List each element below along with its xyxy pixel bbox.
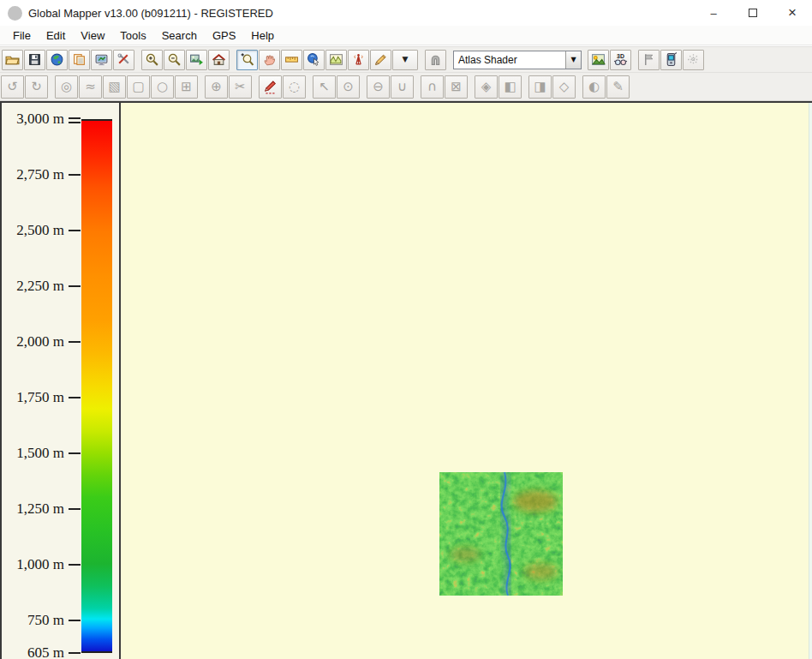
open-all-files-icon [72, 52, 87, 67]
combo-dropdown-icon[interactable]: ▼ [565, 51, 581, 69]
buffer-features-button[interactable]: ◈ [475, 75, 498, 99]
freehand-draw-button[interactable]: ✎ [606, 75, 630, 99]
maximize-button[interactable] [733, 0, 773, 26]
save-workspace-button[interactable] [24, 50, 45, 70]
crop-features-icon: ⊠ [451, 81, 462, 93]
close-button[interactable]: × [773, 0, 812, 26]
menu-bar: FileEditViewToolsSearchGPSHelp [0, 26, 812, 45]
new-line-feature-icon: ≈ [85, 81, 96, 93]
move-vertex-icon: ↖ [319, 81, 330, 93]
intersect-areas-button[interactable]: ∩ [421, 75, 444, 99]
feature-info-tool-icon [307, 52, 321, 67]
new-rectangle-feature-button[interactable]: ▢ [127, 75, 150, 99]
gps-tracks-button[interactable] [683, 50, 704, 70]
intersect-areas-icon: ∩ [427, 81, 437, 93]
split-line-icon: ✂ [235, 81, 246, 93]
zoom-to-fit-button[interactable] [186, 50, 207, 70]
menu-search[interactable]: Search [154, 27, 205, 44]
copy-features-button[interactable]: ◧ [499, 75, 522, 99]
window-controls: – × [694, 0, 812, 26]
measure-area-button[interactable]: ◇ [552, 75, 576, 99]
redo-digitization-button[interactable]: ↻ [25, 75, 48, 99]
new-point-feature-button[interactable]: ◎ [55, 75, 78, 99]
configuration-button[interactable] [113, 50, 134, 70]
path-profile-tool-icon [329, 52, 343, 67]
legend-tick-1250 [69, 508, 81, 510]
crop-features-button[interactable]: ⊠ [445, 75, 468, 99]
undo-digitization-button[interactable]: ↺ [1, 75, 24, 99]
open-data-file-button[interactable] [2, 50, 23, 70]
menu-file[interactable]: File [5, 27, 39, 44]
pan-tool-button[interactable] [259, 50, 280, 70]
menu-edit[interactable]: Edit [39, 27, 73, 44]
coordinate-grab-tool-button[interactable] [425, 50, 446, 70]
more-tools-dropdown-button[interactable]: ▼ [392, 50, 418, 70]
mark-waypoint-button[interactable] [638, 50, 660, 70]
new-circle-feature-button[interactable]: ○ [151, 75, 174, 99]
snap-vertices-icon: ⊕ [211, 81, 222, 93]
download-online-imagery-button[interactable] [46, 50, 68, 70]
legend-label-605: 605 m [27, 644, 64, 659]
toolbar-group: ∩⊠ [421, 75, 469, 99]
digitizer-pencil-button[interactable] [259, 75, 282, 99]
full-view-button[interactable] [208, 50, 230, 70]
minimize-button[interactable]: – [694, 0, 733, 26]
digitizer-tool-icon [373, 52, 388, 67]
toolbar-group [638, 50, 705, 70]
overlay-control-center-button[interactable] [91, 50, 112, 70]
legend-tick-2750 [69, 174, 81, 176]
zoom-to-fit-icon [189, 52, 204, 67]
toolbar-group: ◌ [259, 75, 307, 99]
maximize-icon [749, 9, 757, 17]
legend-label-750: 750 m [27, 612, 64, 629]
hill-shading-toggle-button[interactable] [588, 50, 609, 70]
zoom-out-button[interactable] [164, 50, 185, 70]
legend-tick-605 [69, 652, 81, 654]
coordinate-grab-tool-icon [428, 52, 443, 67]
map-view[interactable]: 3,000 m2,750 m2,500 m2,250 m2,000 m1,750… [0, 101, 812, 659]
fill-area-button[interactable]: ◐ [582, 75, 606, 99]
delete-vertex-button[interactable]: ⊖ [367, 75, 390, 99]
view-shed-tool-button[interactable] [348, 50, 369, 70]
paste-features-button[interactable]: ◨ [528, 75, 552, 99]
measure-tool-button[interactable] [281, 50, 302, 70]
digitizer-tool-button[interactable] [370, 50, 391, 70]
legend-tick-2500 [69, 230, 81, 231]
new-line-feature-button[interactable]: ≈ [79, 75, 102, 99]
minimize-icon: – [710, 7, 716, 20]
menu-view[interactable]: View [73, 27, 112, 44]
legend-tick-3000 [69, 122, 81, 123]
legend-tick-3000 [69, 117, 81, 119]
toolbar-group [2, 50, 135, 70]
gps-tracks-icon [686, 52, 701, 67]
zoom-tool-icon [240, 52, 254, 67]
configuration-icon [116, 52, 131, 67]
snap-vertices-button[interactable]: ⊕ [205, 75, 228, 99]
menu-help[interactable]: Help [243, 27, 282, 44]
insert-vertex-button[interactable]: ⊙ [337, 75, 360, 99]
split-line-button[interactable]: ✂ [229, 75, 252, 99]
pan-tool-icon [262, 52, 277, 67]
open-data-file-icon [5, 52, 20, 67]
menu-gps[interactable]: GPS [205, 27, 243, 44]
zoom-tool-button[interactable] [236, 50, 258, 70]
shader-select[interactable]: Atlas Shader ▼ [453, 51, 582, 69]
toolbar-group: ◨◇ [528, 75, 576, 99]
open-all-files-button[interactable] [69, 50, 90, 70]
new-grid-feature-icon: ⊞ [181, 81, 192, 93]
view-3d-button[interactable] [610, 50, 631, 70]
erase-feature-button[interactable]: ◌ [283, 75, 306, 99]
new-area-feature-button[interactable]: ▧ [103, 75, 126, 99]
combine-areas-button[interactable]: ∪ [391, 75, 414, 99]
new-grid-feature-button[interactable]: ⊞ [175, 75, 198, 99]
legend-tick-1000 [69, 564, 81, 566]
legend-label-1250: 1,250 m [16, 500, 64, 518]
path-profile-tool-button[interactable] [325, 50, 347, 70]
gps-setup-button[interactable] [660, 50, 682, 70]
app-icon [8, 6, 22, 21]
move-vertex-button[interactable]: ↖ [313, 75, 336, 99]
zoom-in-button[interactable] [141, 50, 163, 70]
menu-tools[interactable]: Tools [112, 27, 153, 44]
feature-info-tool-button[interactable] [303, 50, 325, 70]
main-toolbar: ▼ Atlas Shader ▼ [0, 46, 812, 72]
